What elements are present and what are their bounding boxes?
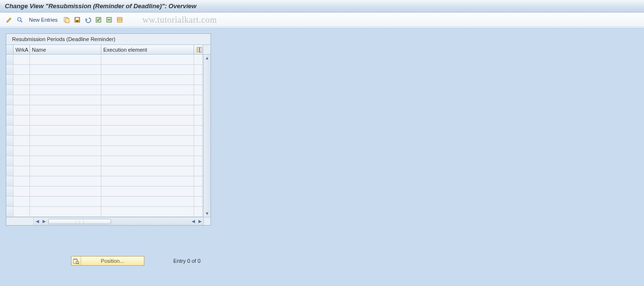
column-name[interactable]: Name	[30, 45, 101, 54]
table-row[interactable]	[6, 65, 203, 75]
table-row[interactable]	[6, 95, 203, 105]
scroll-right-inner-icon[interactable]: ▶	[41, 217, 47, 225]
copy-icon[interactable]	[62, 15, 71, 24]
new-entries-button[interactable]: New Entries	[26, 17, 60, 23]
scroll-down-icon[interactable]: ▼	[204, 210, 210, 217]
table-row[interactable]	[6, 105, 203, 115]
scroll-thumb[interactable]: ⋮⋮⋮	[48, 219, 111, 224]
table-row[interactable]	[6, 146, 203, 156]
table-row[interactable]	[6, 126, 203, 136]
table-row[interactable]	[6, 186, 203, 197]
undo-icon[interactable]	[84, 15, 92, 24]
table-row[interactable]	[6, 55, 203, 65]
position-label: Position...	[81, 257, 144, 265]
select-all-icon[interactable]	[94, 15, 103, 24]
delimit-icon[interactable]	[115, 15, 124, 24]
position-icon	[71, 257, 81, 265]
grid-header: WrkA Name Execution element	[6, 45, 210, 55]
position-button[interactable]: Position...	[71, 256, 144, 266]
svg-rect-14	[197, 47, 198, 52]
table-row[interactable]	[6, 75, 203, 85]
table-row[interactable]	[6, 176, 203, 186]
table-row[interactable]	[6, 207, 203, 217]
column-wrka[interactable]: WrkA	[14, 45, 30, 54]
svg-rect-3	[66, 18, 69, 23]
deselect-all-icon[interactable]	[105, 15, 113, 24]
grid: WrkA Name Execution element	[6, 44, 210, 225]
footer: Position... Entry 0 of 0	[71, 256, 200, 266]
vertical-scrollbar[interactable]: ▲ ▼	[203, 55, 210, 217]
table-row[interactable]	[6, 85, 203, 95]
svg-line-19	[78, 263, 79, 264]
svg-rect-10	[117, 17, 122, 22]
panel-title: Resubmission Periods (Deadline Reminder)	[6, 34, 210, 44]
grid-body	[6, 55, 203, 217]
watermark-text: ww.tutorialkart.com	[142, 14, 217, 25]
resubmission-panel: Resubmission Periods (Deadline Reminder)…	[6, 33, 211, 226]
content-area: Resubmission Periods (Deadline Reminder)…	[0, 27, 644, 286]
select-all-column[interactable]	[6, 45, 14, 54]
svg-rect-17	[73, 259, 77, 260]
column-execution-element[interactable]: Execution element	[101, 45, 194, 54]
table-row[interactable]	[6, 136, 203, 146]
svg-rect-15	[199, 47, 200, 52]
svg-point-0	[18, 17, 21, 21]
save-icon[interactable]	[73, 15, 82, 24]
table-row[interactable]	[6, 115, 203, 126]
scroll-left-end-icon[interactable]: ◀	[190, 217, 196, 225]
table-row[interactable]	[6, 197, 203, 207]
svg-rect-6	[76, 20, 78, 22]
scroll-left-icon[interactable]: ◀	[34, 217, 41, 225]
horizontal-scrollbar[interactable]: ◀ ▶ ⋮⋮⋮ ◀ ▶	[34, 217, 203, 225]
scroll-up-icon[interactable]: ▲	[204, 55, 210, 61]
change-icon[interactable]	[5, 15, 14, 24]
svg-line-1	[21, 21, 22, 22]
scroll-right-icon[interactable]: ▶	[196, 217, 203, 225]
table-row[interactable]	[6, 156, 203, 166]
find-icon[interactable]	[15, 15, 24, 24]
configure-columns-icon[interactable]	[194, 45, 203, 54]
svg-rect-5	[76, 18, 79, 20]
entry-counter: Entry 0 of 0	[173, 258, 200, 264]
toolbar: New Entries ww.tutorialkart.com	[0, 13, 644, 27]
title-bar: Change View "Resubmission (Reminder of D…	[0, 0, 644, 13]
table-row[interactable]	[6, 166, 203, 176]
page-title: Change View "Resubmission (Reminder of D…	[5, 2, 196, 10]
